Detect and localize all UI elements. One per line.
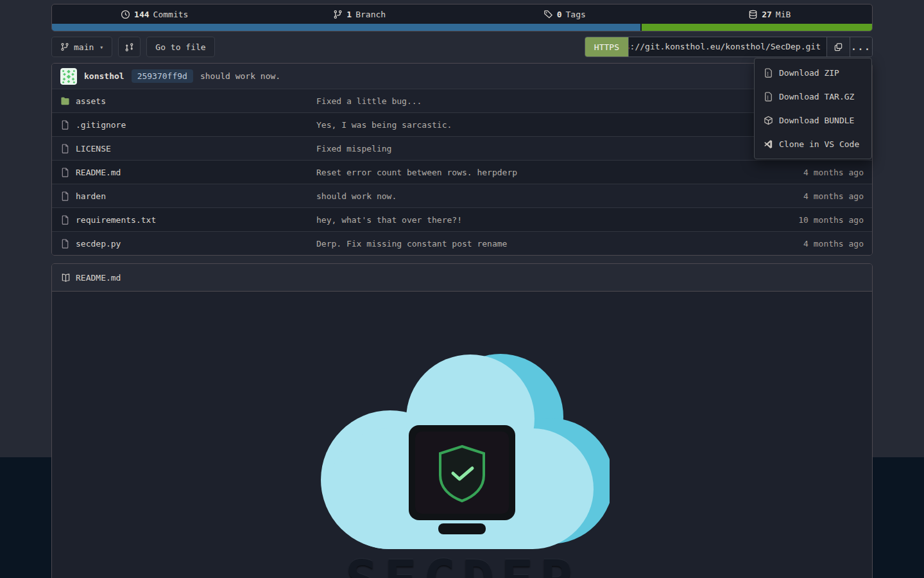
readme-panel: README.md SECDEP [51,263,873,578]
stat-branches-count: 1 [346,10,352,19]
repo-summary-bar: 144 Commits 1 Branch 0 Tags 27 MiB [51,4,873,31]
file-icon [60,191,70,201]
table-row: LICENSE Fixed mispeling [52,136,872,160]
stat-commits-count: 144 [134,10,149,19]
repo-toolbar: main ▾ Go to file HTTPS https://git.kons… [51,37,873,57]
commit-date: 4 months ago [723,168,864,177]
file-icon [60,120,70,130]
stat-size[interactable]: 27 MiB [667,4,873,24]
git-branch-icon [333,10,343,19]
menu-item-download-bundle[interactable]: Download BUNDLE [755,109,871,132]
package-icon [764,116,773,125]
menu-item-label: Download BUNDLE [779,116,854,125]
secdep-logo-wordmark: SECDEP [314,548,610,578]
file-icon [60,215,70,225]
table-row: .gitignore Yes, I was being sarcastic. [52,112,872,136]
kebab-horizontal-icon: ... [851,42,871,52]
menu-item-label: Clone in VS Code [779,139,859,149]
readme-title: README.md [76,273,121,283]
file-icon [60,144,70,153]
menu-item-download-zip[interactable]: Download ZIP [755,61,871,85]
download-dropdown-menu: Download ZIP Download TAR.GZ Download BU… [754,58,872,159]
commit-message-link[interactable]: Reset error count between rows. herpderp [316,168,723,177]
file-link[interactable]: .gitignore [76,120,126,130]
compare-branches-button[interactable] [118,37,141,57]
table-row: assets Fixed a little bug... [52,89,872,112]
commit-message-link[interactable]: should work now. [316,191,723,201]
folder-icon [60,96,70,106]
table-row: requirements.txt hey, what's that over t… [52,207,872,231]
commit-date: 4 months ago [723,191,864,201]
file-link[interactable]: harden [76,191,106,201]
clone-protocol-https-button[interactable]: HTTPS [585,37,628,57]
stat-tags[interactable]: 0 Tags [462,4,667,24]
commit-message-link[interactable]: Yes, I was being sarcastic. [316,120,723,130]
go-to-file-label: Go to file [155,42,205,52]
menu-item-clone-vscode[interactable]: Clone in VS Code [755,132,871,156]
menu-item-label: Download TAR.GZ [779,92,854,101]
commit-message-link[interactable]: Derp. Fix missing constant post rename [316,239,723,249]
file-link[interactable]: README.md [76,168,121,177]
stat-commits-label: Commits [153,10,189,19]
go-to-file-button[interactable]: Go to file [146,37,214,57]
commit-date: 4 months ago [723,239,864,249]
chevron-down-icon: ▾ [99,44,103,51]
language-segment [52,24,640,31]
language-segment [642,24,872,31]
stat-size-label: MiB [776,10,791,19]
table-row: secdep.py Derp. Fix missing constant pos… [52,231,872,255]
book-icon [61,273,71,283]
copy-url-button[interactable] [827,37,850,57]
zip-file-icon [764,92,773,101]
commit-message-link[interactable]: hey, what's that over there?! [316,215,723,225]
vscode-icon [764,139,773,149]
readme-content: SECDEP [52,292,872,578]
readme-header: README.md [52,264,872,292]
copy-icon [834,42,843,52]
secdep-logo-image: SECDEP [314,353,610,578]
branch-selector-button[interactable]: main ▾ [51,37,112,57]
file-link[interactable]: LICENSE [76,144,111,153]
table-row: README.md Reset error count between rows… [52,160,872,184]
zip-file-icon [764,68,773,78]
file-link[interactable]: requirements.txt [76,215,156,225]
stat-branches[interactable]: 1 Branch [257,4,463,24]
file-table: konsthol 259370ff9d should work now. ass… [51,63,873,256]
clock-history-icon [121,10,130,19]
stat-branches-label: Branch [355,10,386,19]
commit-author[interactable]: konsthol [84,71,124,81]
latest-commit-message[interactable]: should work now. [200,71,280,81]
database-icon [748,10,758,19]
commit-message-link[interactable]: Fixed a little bug... [316,96,723,106]
menu-item-label: Download ZIP [779,68,839,78]
commit-date: 10 months ago [723,215,864,225]
clone-url-input[interactable]: https://git.konsthol.eu/konsthol/SecDep.… [628,37,827,57]
commit-message-link[interactable]: Fixed mispeling [316,144,723,153]
language-stats-bar[interactable] [52,24,872,31]
stat-commits[interactable]: 144 Commits [52,4,257,24]
more-options-button[interactable]: ... [850,37,872,57]
file-icon [60,168,70,177]
stat-tags-label: Tags [566,10,586,19]
tag-icon [543,10,553,19]
menu-item-download-targz[interactable]: Download TAR.GZ [755,85,871,109]
latest-commit-row: konsthol 259370ff9d should work now. [52,64,872,89]
commit-sha-badge[interactable]: 259370ff9d [132,69,193,83]
table-row: harden should work now. 4 months ago [52,184,872,207]
stat-tags-count: 0 [557,10,562,19]
git-branch-icon [60,42,69,51]
clone-url-value: https://git.konsthol.eu/konsthol/SecDep.… [628,42,821,51]
branch-name: main [74,42,94,52]
git-compare-icon [124,42,134,52]
file-link[interactable]: secdep.py [76,239,121,249]
stat-size-count: 27 [762,10,772,19]
file-icon [60,239,70,249]
avatar[interactable] [60,68,77,85]
file-link[interactable]: assets [76,96,106,106]
